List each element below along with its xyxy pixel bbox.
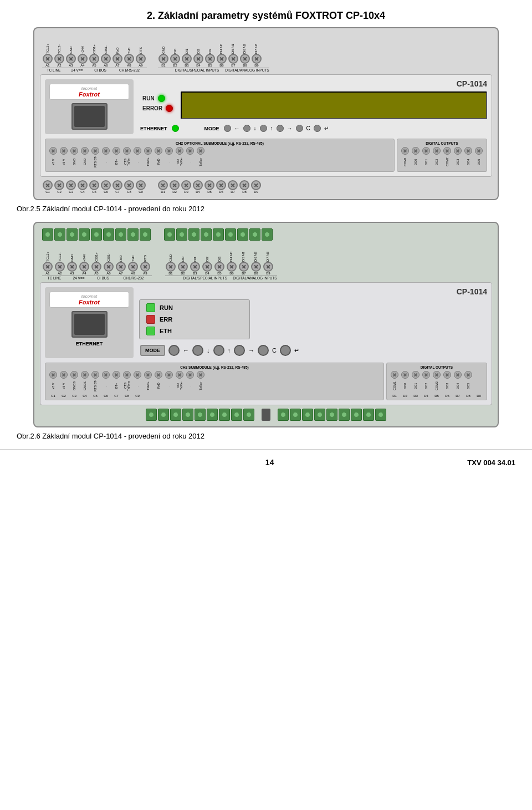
error-label-1: ERROR xyxy=(142,105,162,111)
ch2-pin-12: . xyxy=(164,147,174,169)
ch2-pin-5: RTS BT- xyxy=(90,147,100,169)
term-a8 xyxy=(127,228,139,241)
mode-label-1: ETHERNET xyxy=(140,126,167,131)
v2-term-bot-5 xyxy=(195,409,206,421)
do-label-1: DIGITAL OUTPUTS xyxy=(400,141,484,145)
v2-arr-down: ↓ xyxy=(207,347,210,354)
pin-C9 xyxy=(135,180,146,190)
logo-brand-1: tecomat xyxy=(54,86,124,91)
v2-model-name: CP-1014 xyxy=(139,287,487,296)
mode-btn-1c[interactable] xyxy=(260,125,267,132)
v2-mode-btn[interactable]: MODE xyxy=(140,345,165,356)
mode-btn-1a[interactable] xyxy=(224,125,231,132)
pin-C6 xyxy=(100,180,111,190)
do-3: COM2 xyxy=(442,147,452,169)
pin-B4: DI2 xyxy=(193,34,204,64)
run-led-1 xyxy=(158,95,165,102)
mode-text-1: MODE xyxy=(204,126,219,131)
v2-mode-6[interactable] xyxy=(280,345,291,356)
v2-err-label: ERR xyxy=(160,316,172,323)
footer-page-number: 14 xyxy=(265,458,274,467)
v2-do5: DO5 xyxy=(463,371,473,393)
v2-pin-B9: DI7 AI3 xyxy=(263,242,274,272)
v2-com2: COM2 xyxy=(432,371,442,393)
v2-ch2-p7: BT+ xyxy=(111,371,121,393)
ch2-label-1: CH2 OPTIONAL SUBMODULE (e.g. RS-232, RS-… xyxy=(48,141,391,145)
v2-pin-A8: TxD xyxy=(127,242,139,272)
v2-ch2-p9: . xyxy=(132,371,142,393)
term-b3 xyxy=(188,228,200,241)
v2-ch2-p4: GNDS xyxy=(80,371,90,393)
v2-do2: DO2 xyxy=(421,371,431,393)
ch2-pin-11: RxD xyxy=(154,147,163,169)
v2-do3: DO3 xyxy=(442,371,452,393)
do-0: DO0 xyxy=(411,147,421,169)
term-a5 xyxy=(91,228,102,241)
pin-A7: RxD xyxy=(112,34,123,64)
ch2-pin-7: BT+ xyxy=(111,147,121,169)
model-name-1: CP-1014 xyxy=(139,79,487,88)
pin-C8 xyxy=(124,180,135,190)
v2-err-led xyxy=(146,315,155,324)
do-6: DO5 xyxy=(474,147,484,169)
v2-ch2-label: CH2 SUBMODULE (e.g. RS-232, RS-485) xyxy=(48,365,381,369)
v2-pin-A1: TCL2+ xyxy=(42,242,53,272)
v2-ch2-p10: TxRx+ xyxy=(143,371,153,393)
arrow-down-1: ↓ xyxy=(254,125,257,131)
pin-C2 xyxy=(54,180,65,190)
v2-com1: COM1 xyxy=(390,371,400,393)
v2-run-label: RUN xyxy=(160,304,173,311)
v2-pin-A7: RxD xyxy=(115,242,126,272)
term-b4 xyxy=(201,228,212,241)
v2-term-bot-3 xyxy=(170,409,181,421)
pin-D4 xyxy=(192,180,203,190)
v2-term-bot-16 xyxy=(351,409,362,421)
v2-term-bot-6 xyxy=(207,409,218,421)
pin-A3: GND xyxy=(65,34,76,64)
pin-A2: TCL2- xyxy=(54,34,65,64)
ethernet-led-1 xyxy=(172,125,179,132)
pin-A6: CIB1- xyxy=(100,34,111,64)
v2-center-connector xyxy=(262,409,270,421)
v2-ch2-p12: . xyxy=(164,371,174,393)
pin-A4: +24V xyxy=(77,34,88,64)
v2-term-bot-4 xyxy=(182,409,193,421)
v2-ch2-p1: +5 V xyxy=(48,371,58,393)
ch2-pin-8: CTS TxRx- xyxy=(122,147,132,169)
v2-pin-B8: DI6 AI2 xyxy=(250,242,262,272)
v2-pin-B1: GND xyxy=(165,242,176,272)
v2-ch2-p3: GNDS xyxy=(69,371,79,393)
ch2-pin-1: +5 V xyxy=(48,147,58,169)
c-label-1: C xyxy=(306,125,310,131)
term-b2 xyxy=(176,228,187,241)
v2-term-bot-10 xyxy=(278,409,289,421)
term-b5 xyxy=(213,228,224,241)
v2-mode-2[interactable] xyxy=(192,345,203,356)
v2-mode-1[interactable] xyxy=(168,345,180,356)
fig2-caption: Obr.2.6 Základní modul CP-1014 - provede… xyxy=(17,432,515,440)
ch2-pin-15: TxRx+ xyxy=(196,147,206,169)
mode-btn-1f[interactable] xyxy=(314,125,321,132)
v2-ch2-p8: CTS TxRx-e xyxy=(122,371,132,393)
v2-mode-3[interactable] xyxy=(213,345,224,356)
pin-A1: TCL2+ xyxy=(42,34,53,64)
ch2-pin-2: +5 V xyxy=(59,147,69,169)
ch2-pin-14: . xyxy=(185,147,195,169)
mode-btn-1d[interactable] xyxy=(277,125,284,132)
mode-btn-1e[interactable] xyxy=(296,125,303,132)
pin-C3 xyxy=(65,180,76,190)
v2-eth-status-label: ETH xyxy=(160,328,172,334)
pin-D8 xyxy=(239,180,250,190)
term-a6 xyxy=(103,228,114,241)
mode-btn-1b[interactable] xyxy=(243,125,250,132)
v2-term-bot-8 xyxy=(231,409,242,421)
term-b7 xyxy=(237,228,248,241)
v2-mode-4[interactable] xyxy=(234,345,245,356)
do-1: DO1 xyxy=(421,147,431,169)
ch2-pin-3: GND xyxy=(69,147,79,169)
arrow-right-1: → xyxy=(287,125,293,131)
term-a2 xyxy=(54,228,65,241)
run-label-1: RUN xyxy=(142,95,155,101)
v2-logo-product: Foxtrot xyxy=(54,299,124,305)
v2-mode-5[interactable] xyxy=(258,345,269,356)
